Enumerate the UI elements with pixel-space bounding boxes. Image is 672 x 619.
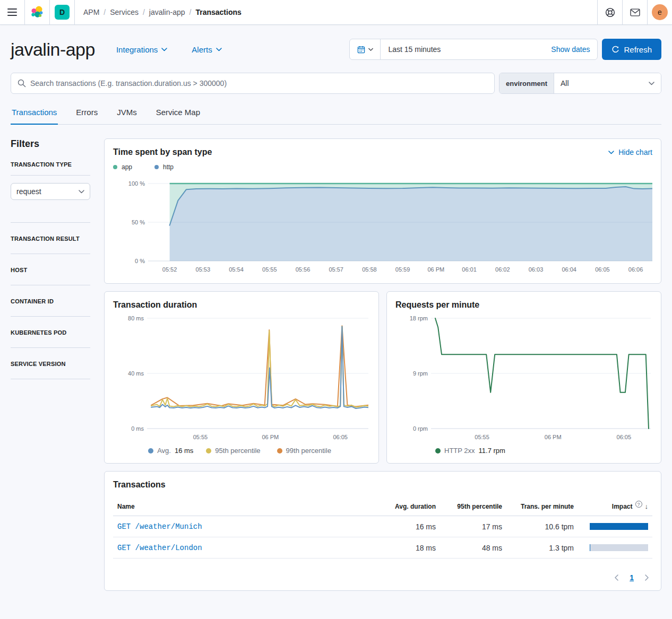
search-input[interactable] xyxy=(30,79,488,88)
chevron-down-icon xyxy=(216,48,222,51)
rpm-legend: HTTP 2xx 11.7 rpm xyxy=(435,447,652,455)
tab[interactable]: JVMs xyxy=(116,101,138,124)
sort-descending-icon[interactable]: ↓ xyxy=(645,502,649,510)
environment-select[interactable]: All xyxy=(554,73,661,93)
breadcrumb-link[interactable]: javalin-app xyxy=(149,8,185,16)
svg-text:05:55: 05:55 xyxy=(193,434,208,440)
page-header: javalin-app Integrations Alerts Last 15 … xyxy=(11,39,661,60)
space-switcher[interactable]: D xyxy=(50,0,75,24)
tpm-value: 10.6 tpm xyxy=(506,516,578,537)
transaction-duration-title: Transaction duration xyxy=(113,300,370,310)
transactions-card: Transactions Name Avg. duration 95th per… xyxy=(104,471,661,591)
column-header-name[interactable]: Name xyxy=(113,497,382,516)
filters-sidebar: Filters TRANSACTION TYPE request TRANSAC… xyxy=(11,138,90,591)
elastic-logo[interactable] xyxy=(25,0,50,24)
svg-text:06:01: 06:01 xyxy=(462,266,477,273)
transaction-type-select[interactable]: request xyxy=(11,183,90,200)
tab[interactable]: Errors xyxy=(75,101,99,124)
chevron-down-icon xyxy=(368,48,373,51)
legend-item[interactable]: http xyxy=(154,163,196,171)
legend-item[interactable]: 95th percentile xyxy=(206,447,264,455)
breadcrumb: APM / Services / javalin-app / Transacti… xyxy=(75,0,597,24)
requests-per-minute-chart[interactable]: 0 rpm9 rpm18 rpm05:5506 PM06:05 xyxy=(395,313,651,442)
svg-text:06 PM: 06 PM xyxy=(545,434,562,440)
svg-text:06:05: 06:05 xyxy=(617,434,632,440)
help-button[interactable] xyxy=(597,0,622,24)
date-picker: Last 15 minutes Show dates xyxy=(349,39,598,60)
calendar-quick-select[interactable] xyxy=(350,39,381,59)
column-header-avg-duration[interactable]: Avg. duration xyxy=(382,497,440,516)
environment-filter: environment All xyxy=(499,73,661,94)
breadcrumb-separator: / xyxy=(104,8,106,16)
column-header-tpm[interactable]: Trans. per minute xyxy=(506,497,578,516)
svg-text:05:55: 05:55 xyxy=(475,434,489,440)
svg-text:9 rpm: 9 rpm xyxy=(413,370,428,377)
table-row: GET /weather/Munich 16 ms 17 ms 10.6 tpm xyxy=(113,516,652,537)
chevron-down-icon xyxy=(161,48,167,51)
filter-section[interactable]: TRANSACTION RESULT xyxy=(11,223,90,254)
page-number[interactable]: 1 xyxy=(630,573,634,582)
svg-text:06:03: 06:03 xyxy=(529,266,544,273)
transaction-duration-chart[interactable]: 0 ms40 ms80 ms05:5506 PM06:05 xyxy=(113,313,368,442)
filter-section[interactable]: HOST xyxy=(11,254,90,285)
menu-button[interactable] xyxy=(0,0,25,24)
newsfeed-button[interactable] xyxy=(622,0,647,24)
filter-section[interactable]: CONTAINER ID xyxy=(11,285,90,317)
tab[interactable]: Transactions xyxy=(11,101,58,125)
filter-section[interactable]: KUBERNETES POD xyxy=(11,317,90,348)
top-bar: D APM / Services / javalin-app / Transac… xyxy=(0,0,672,25)
svg-text:06:05: 06:05 xyxy=(333,434,348,440)
user-menu[interactable]: e xyxy=(647,0,672,24)
impact-help-icon: ? xyxy=(635,501,642,508)
table-row: GET /weather/London 18 ms 48 ms 1.3 tpm xyxy=(113,537,652,559)
legend-dot xyxy=(277,448,282,454)
legend-item[interactable]: app xyxy=(113,163,154,171)
avg-duration-value: 16 ms xyxy=(382,516,440,537)
tab[interactable]: Service Map xyxy=(155,101,201,124)
breadcrumb-link[interactable]: Services xyxy=(110,8,139,16)
avg-duration-value: 18 ms xyxy=(382,537,440,559)
pagination: 1 xyxy=(113,573,652,582)
svg-text:0 rpm: 0 rpm xyxy=(413,425,428,432)
transaction-link[interactable]: GET /weather/Munich xyxy=(117,522,202,531)
column-header-impact[interactable]: Impact ? ↓ xyxy=(578,497,652,516)
search-box xyxy=(11,73,495,94)
show-dates-link[interactable]: Show dates xyxy=(551,45,597,54)
svg-text:06:02: 06:02 xyxy=(495,266,510,273)
refresh-button[interactable]: Refresh xyxy=(602,39,661,60)
span-type-title: Time spent by span type xyxy=(113,147,212,157)
svg-text:100 %: 100 % xyxy=(128,180,145,187)
legend-dot xyxy=(113,165,117,169)
legend-dot xyxy=(148,448,153,454)
span-type-chart[interactable]: 0 %50 %100 %05:5205:5305:5405:5505:5605:… xyxy=(113,180,652,275)
impact-bar xyxy=(590,523,648,530)
integrations-menu[interactable]: Integrations xyxy=(116,45,167,54)
filter-section[interactable]: SERVICE VERSION xyxy=(11,348,90,379)
svg-text:40 ms: 40 ms xyxy=(128,370,144,377)
requests-per-minute-title: Requests per minute xyxy=(395,300,652,310)
legend-item[interactable]: Avg. 16 ms xyxy=(148,447,193,455)
avatar: e xyxy=(652,4,668,20)
help-icon xyxy=(605,7,615,18)
time-range-value[interactable]: Last 15 minutes xyxy=(381,45,551,54)
next-page-button[interactable] xyxy=(644,574,649,581)
search-row: environment All xyxy=(11,73,661,94)
legend-item[interactable]: 99th percentile xyxy=(277,447,335,455)
span-type-card: Time spent by span type Hide chart app h… xyxy=(104,138,661,284)
requests-per-minute-card: Requests per minute 0 rpm9 rpm18 rpm05:5… xyxy=(386,291,661,464)
chevron-left-icon xyxy=(614,574,619,581)
p95-value: 48 ms xyxy=(440,537,506,559)
tpm-value: 1.3 tpm xyxy=(506,537,578,559)
hide-chart-link[interactable]: Hide chart xyxy=(608,148,652,156)
column-header-95th[interactable]: 95th percentile xyxy=(440,497,506,516)
previous-page-button[interactable] xyxy=(614,574,619,581)
breadcrumb-link[interactable]: APM xyxy=(83,8,99,16)
alerts-menu[interactable]: Alerts xyxy=(192,45,221,54)
impact-bar xyxy=(590,544,648,551)
legend-dot xyxy=(154,165,159,169)
transaction-link[interactable]: GET /weather/London xyxy=(117,544,202,552)
svg-text:06 PM: 06 PM xyxy=(262,434,279,440)
svg-text:0 %: 0 % xyxy=(135,258,145,264)
legend-item[interactable]: HTTP 2xx 11.7 rpm xyxy=(435,447,505,455)
transactions-table-title: Transactions xyxy=(113,480,652,490)
